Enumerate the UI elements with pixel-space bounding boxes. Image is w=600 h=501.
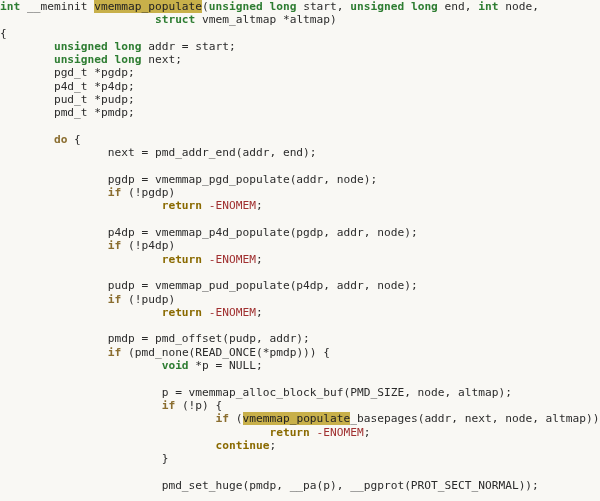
stmt: p = vmemmap_alloc_block_buf(PMD_SIZE, no… [162,386,512,399]
t: end, [438,0,478,13]
decl: pmd_t *pmdp; [54,106,135,119]
t: (!pudp) [121,293,175,306]
fn-highlight: vmemmap_populate [243,412,351,425]
t: { [67,133,80,146]
kw-ul: unsigned long [350,0,438,13]
fn-highlight: vmemmap_populate [94,0,202,13]
t: ; [256,253,263,266]
const: -ENOMEM [202,253,256,266]
const: -ENOMEM [202,306,256,319]
stmt: pudp = vmemmap_pud_populate(p4dp, addr, … [108,279,418,292]
t: ( [202,0,209,13]
brace: { [0,27,7,40]
t: start, [296,0,350,13]
kw-if: if [162,399,175,412]
t: next; [141,53,181,66]
kw-if: if [108,186,121,199]
kw-continue: continue [216,439,270,452]
kw-int: int [0,0,20,13]
decl: p4d_t *p4dp; [54,80,135,93]
decl: pgd_t *pgdp; [54,66,135,79]
decl: pud_t *pudp; [54,93,135,106]
t: (!pgdp) [121,186,175,199]
t: __meminit [20,0,94,13]
t: ; [256,306,263,319]
kw-return: return [162,199,202,212]
kw-void: void [162,359,189,372]
kw-do: do [54,133,67,146]
t: node, [499,0,539,13]
kw-return: return [162,306,202,319]
stmt: p4dp = vmemmap_p4d_populate(pgdp, addr, … [108,226,418,239]
t: *p = NULL; [189,359,263,372]
kw-if: if [108,293,121,306]
kw-int: int [478,0,498,13]
kw-return: return [162,253,202,266]
t: (!p4dp) [121,239,175,252]
const: -ENOMEM [310,426,364,439]
stmt: pgdp = vmemmap_pgd_populate(addr, node); [108,173,377,186]
t: _basepages(addr, next, node, altmap)) [350,412,599,425]
t: ( [229,412,242,425]
const: -ENOMEM [202,199,256,212]
kw-ul: unsigned long [54,40,142,53]
brace: } [162,452,169,465]
kw-if: if [216,412,229,425]
t: ; [256,199,263,212]
t: (!p) { [175,399,222,412]
t: addr = start; [141,40,235,53]
t: ; [269,439,276,452]
kw-if: if [108,346,121,359]
code-block: int __meminit vmemmap_populate(unsigned … [0,0,600,492]
kw-struct: struct [155,13,195,26]
t: ; [364,426,371,439]
kw-ul: unsigned long [209,0,297,13]
stmt: pmdp = pmd_offset(pudp, addr); [108,332,310,345]
kw-if: if [108,239,121,252]
stmt: next = pmd_addr_end(addr, end); [108,146,317,159]
stmt: pmd_set_huge(pmdp, __pa(p), __pgprot(PRO… [162,479,539,492]
t: (pmd_none(READ_ONCE(*pmdp))) { [121,346,330,359]
kw-ul: unsigned long [54,53,142,66]
t: vmem_altmap *altmap) [195,13,336,26]
kw-return: return [269,426,309,439]
